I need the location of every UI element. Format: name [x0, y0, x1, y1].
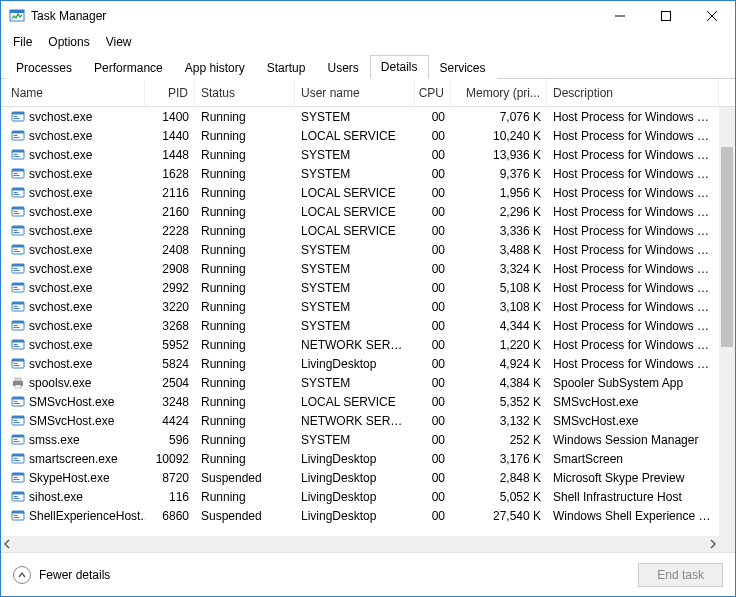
svg-rect-40 — [14, 268, 18, 269]
table-row[interactable]: smss.exe596RunningSYSTEM00252 KWindows S… — [1, 430, 719, 449]
cell-description: SmartScreen — [547, 452, 719, 466]
window-title: Task Manager — [31, 9, 106, 23]
table-row[interactable]: SMSvcHost.exe3248RunningLOCAL SERVICE005… — [1, 392, 719, 411]
vertical-scrollbar[interactable] — [719, 107, 735, 536]
table-row[interactable]: svchost.exe1448RunningSYSTEM0013,936 KHo… — [1, 145, 719, 164]
footer: Fewer details End task — [1, 552, 735, 596]
maximize-button[interactable] — [643, 1, 689, 31]
tab-services[interactable]: Services — [429, 56, 497, 79]
table-row[interactable]: svchost.exe1400RunningSYSTEM007,076 KHos… — [1, 107, 719, 126]
tab-details[interactable]: Details — [370, 55, 429, 79]
cell-cpu: 00 — [415, 205, 451, 219]
col-header-description[interactable]: Description — [547, 79, 719, 106]
svg-rect-20 — [14, 173, 18, 174]
table-row[interactable]: svchost.exe2116RunningLOCAL SERVICE001,9… — [1, 183, 719, 202]
table-row[interactable]: svchost.exe5952RunningNETWORK SERVICE001… — [1, 335, 719, 354]
table-row[interactable]: svchost.exe3268RunningSYSTEM004,344 KHos… — [1, 316, 719, 335]
svg-rect-74 — [12, 435, 24, 438]
col-header-memory[interactable]: Memory (pri... — [451, 79, 547, 106]
cell-description: Host Process for Windows Serv — [547, 110, 719, 124]
end-task-button[interactable]: End task — [638, 563, 723, 587]
table-row[interactable]: SMSvcHost.exe4424RunningNETWORK SERVICE0… — [1, 411, 719, 430]
menu-options[interactable]: Options — [40, 33, 97, 51]
cell-user: LOCAL SERVICE — [295, 129, 415, 143]
scroll-right-icon[interactable] — [707, 538, 719, 550]
cell-cpu: 00 — [415, 395, 451, 409]
table-row[interactable]: svchost.exe3220RunningSYSTEM003,108 KHos… — [1, 297, 719, 316]
cell-memory: 252 K — [451, 433, 547, 447]
cell-name: svchost.exe — [29, 148, 92, 162]
cell-name: svchost.exe — [29, 262, 92, 276]
cell-memory: 9,376 K — [451, 167, 547, 181]
cell-name: svchost.exe — [29, 224, 92, 238]
horizontal-scrollbar[interactable] — [1, 536, 719, 552]
process-icon — [11, 471, 25, 485]
cell-status: Running — [195, 129, 295, 143]
table-row[interactable]: svchost.exe2160RunningLOCAL SERVICE002,2… — [1, 202, 719, 221]
cell-name: sihost.exe — [29, 490, 83, 504]
table-row[interactable]: ShellExperienceHost....6860SuspendedLivi… — [1, 506, 719, 525]
table-row[interactable]: SkypeHost.exe8720SuspendedLivingDesktop0… — [1, 468, 719, 487]
col-header-name[interactable]: Name — [5, 79, 145, 106]
vertical-scrollbar-thumb[interactable] — [721, 147, 733, 347]
cell-pid: 2228 — [145, 224, 195, 238]
minimize-button[interactable] — [597, 1, 643, 31]
cell-name: svchost.exe — [29, 205, 92, 219]
cell-pid: 2992 — [145, 281, 195, 295]
menu-file[interactable]: File — [5, 33, 40, 51]
table-row[interactable]: svchost.exe1628RunningSYSTEM009,376 KHos… — [1, 164, 719, 183]
svg-rect-57 — [14, 346, 20, 347]
col-header-cpu[interactable]: CPU — [415, 79, 451, 106]
process-icon — [11, 490, 25, 504]
cell-user: LivingDesktop — [295, 452, 415, 466]
cell-name: smss.exe — [29, 433, 80, 447]
cell-pid: 5824 — [145, 357, 195, 371]
tab-processes[interactable]: Processes — [5, 56, 83, 79]
cell-pid: 10092 — [145, 452, 195, 466]
table-row[interactable]: sihost.exe116RunningLivingDesktop005,052… — [1, 487, 719, 506]
cell-user: LivingDesktop — [295, 471, 415, 485]
table-row[interactable]: spoolsv.exe2504RunningSYSTEM004,384 KSpo… — [1, 373, 719, 392]
fewer-details-button[interactable]: Fewer details — [13, 566, 110, 584]
cell-description: Microsoft Skype Preview — [547, 471, 719, 485]
cell-memory: 2,296 K — [451, 205, 547, 219]
cell-description: Shell Infrastructure Host — [547, 490, 719, 504]
tab-users[interactable]: Users — [316, 56, 369, 79]
tab-startup[interactable]: Startup — [256, 56, 317, 79]
svg-rect-44 — [14, 287, 18, 288]
cell-user: SYSTEM — [295, 167, 415, 181]
process-icon — [11, 110, 25, 124]
cell-status: Running — [195, 243, 295, 257]
table-row[interactable]: svchost.exe2408RunningSYSTEM003,488 KHos… — [1, 240, 719, 259]
col-header-status[interactable]: Status — [195, 79, 295, 106]
table-row[interactable]: svchost.exe2992RunningSYSTEM005,108 KHos… — [1, 278, 719, 297]
close-button[interactable] — [689, 1, 735, 31]
cell-description: Windows Shell Experience Hos — [547, 509, 719, 523]
svg-rect-37 — [14, 251, 20, 252]
cell-name: svchost.exe — [29, 186, 92, 200]
table-row[interactable]: smartscreen.exe10092RunningLivingDesktop… — [1, 449, 719, 468]
cell-description: Host Process for Windows Serv — [547, 319, 719, 333]
svg-rect-17 — [14, 156, 20, 157]
scroll-left-icon[interactable] — [1, 538, 13, 550]
tab-performance[interactable]: Performance — [83, 56, 174, 79]
process-icon — [11, 300, 25, 314]
process-icon — [11, 509, 25, 523]
svg-rect-24 — [14, 192, 18, 193]
col-header-pid[interactable]: PID — [145, 79, 195, 106]
process-icon — [11, 414, 25, 428]
table-row[interactable]: svchost.exe1440RunningLOCAL SERVICE0010,… — [1, 126, 719, 145]
menu-view[interactable]: View — [98, 33, 140, 51]
cell-pid: 1628 — [145, 167, 195, 181]
cell-memory: 1,956 K — [451, 186, 547, 200]
table-row[interactable]: svchost.exe2908RunningSYSTEM003,324 KHos… — [1, 259, 719, 278]
cell-pid: 1440 — [145, 129, 195, 143]
tab-app-history[interactable]: App history — [174, 56, 256, 79]
col-header-user[interactable]: User name — [295, 79, 415, 106]
table-row[interactable]: svchost.exe2228RunningLOCAL SERVICE003,3… — [1, 221, 719, 240]
titlebar-left: Task Manager — [9, 8, 106, 24]
table-row[interactable]: svchost.exe5824RunningLivingDesktop004,9… — [1, 354, 719, 373]
svg-rect-92 — [14, 517, 20, 518]
cell-description: Windows Session Manager — [547, 433, 719, 447]
svg-rect-27 — [12, 207, 24, 210]
